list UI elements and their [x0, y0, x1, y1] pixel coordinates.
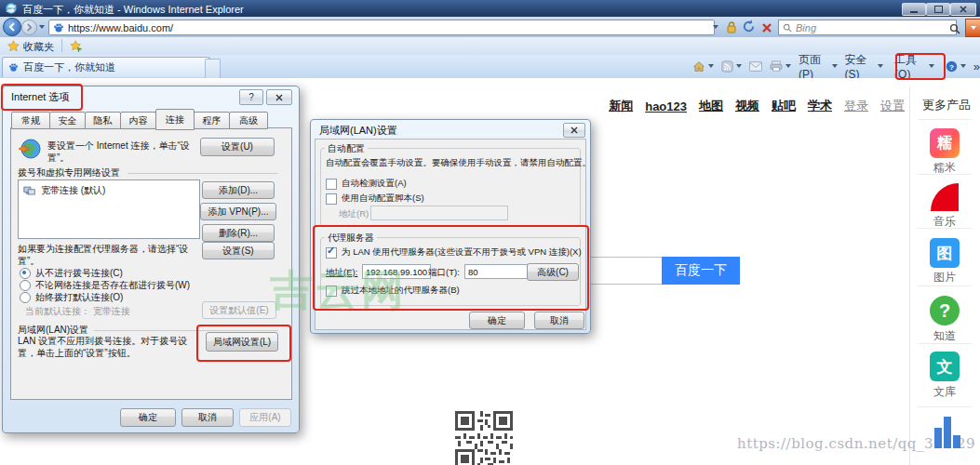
product-label-zhidao[interactable]: 知道 [909, 328, 980, 344]
lan-cancel-button[interactable]: 取消 [534, 312, 584, 329]
zhidao-icon[interactable]: ? [930, 296, 960, 326]
radio-never-dial[interactable]: 从不进行拨号连接(C) [20, 267, 123, 280]
nav-history-chevron-icon[interactable] [39, 25, 45, 29]
lan-text-line1: LAN 设置不应用到拨号连接。对于拨号设 [18, 335, 199, 347]
address-bar[interactable]: https://www.baidu.com/ [48, 20, 715, 35]
stop-button[interactable] [761, 20, 772, 37]
music-icon[interactable] [931, 183, 959, 211]
mail-icon [749, 61, 762, 72]
lan-ok-button[interactable]: 确定 [469, 312, 525, 329]
tab-advanced[interactable]: 高级 [229, 112, 268, 129]
window-title: 百度一下，你就知道 - Windows Internet Explorer [22, 3, 244, 17]
favorites-star-icon[interactable] [7, 40, 20, 54]
new-tab-button[interactable] [205, 59, 221, 78]
nav-link-login[interactable]: 登录 [844, 98, 868, 114]
lan-settings-button[interactable]: 局域网设置(L) [206, 332, 278, 352]
dialog-help-button[interactable]: ? [239, 89, 263, 105]
nav-link-hao123[interactable]: hao123 [645, 100, 687, 113]
auto-script-label: 使用自动配置脚本(S) [342, 193, 424, 205]
wenku-icon[interactable]: 文 [930, 352, 960, 381]
nav-link-tieba[interactable]: 贴吧 [772, 98, 796, 114]
read-mail-button[interactable] [749, 61, 762, 72]
advanced-button[interactable]: 高级(C) [527, 263, 579, 281]
forward-icon [25, 23, 34, 32]
browser-tab[interactable]: 百度一下，你就知道 [2, 57, 210, 77]
remove-button[interactable]: 删除(R)... [202, 224, 275, 242]
settings-button[interactable]: 设置(S) [202, 242, 275, 259]
auto-script-checkbox[interactable]: 使用自动配置脚本(S) [326, 193, 424, 205]
print-button[interactable] [770, 60, 791, 72]
favorites-label[interactable]: 收藏夹 [23, 40, 54, 54]
refresh-button[interactable] [742, 20, 756, 37]
qr-code [455, 411, 513, 465]
auto-detect-checkbox[interactable]: 自动检测设置(A) [326, 178, 407, 190]
search-box[interactable]: Bing [778, 20, 957, 35]
radio-dial-whenever[interactable]: 不论网络连接是否存在都进行拨号(W) [20, 279, 190, 292]
search-options-dropdown[interactable] [965, 19, 980, 37]
minimize-button[interactable] [902, 3, 926, 16]
baidu-search-button[interactable]: 百度一下 [662, 257, 740, 285]
address-dropdown-chevron-icon[interactable] [713, 25, 718, 29]
nav-link-map[interactable]: 地图 [699, 98, 723, 114]
tools-menu-button[interactable]: 工具(O) [891, 52, 938, 81]
maximize-button[interactable] [926, 3, 950, 16]
radio-icon [20, 280, 31, 291]
add-vpn-button[interactable]: 添加 VPN(P)... [200, 203, 276, 220]
feeds-button[interactable] [721, 60, 742, 73]
safety-menu-button[interactable]: 安全(S) [845, 52, 884, 81]
nav-link-xueshu[interactable]: 学术 [808, 98, 832, 114]
radio-never-dial-label: 从不进行拨号连接(C) [35, 267, 123, 280]
more-products-link[interactable]: 更多产品 [913, 97, 980, 113]
nav-link-settings[interactable]: 设置 [880, 98, 905, 114]
command-overflow-button[interactable]: » [973, 60, 980, 73]
nuomi-icon[interactable]: 糯 [930, 128, 960, 158]
bar-chart-icon[interactable] [934, 417, 962, 448]
setup-button[interactable]: 设置(U) [200, 138, 275, 156]
tab-content[interactable]: 内容 [120, 112, 156, 129]
window-titlebar: 百度一下，你就知道 - Windows Internet Explorer [0, 0, 980, 17]
product-label-images[interactable]: 图片 [909, 270, 980, 286]
help-menu-button[interactable]: ? [946, 60, 966, 73]
tab-title: 百度一下，你就知道 [23, 60, 115, 74]
apply-button[interactable]: 应用(A) [239, 408, 291, 427]
lan-dialog-title: 局域网(LAN)设置 [319, 124, 397, 138]
back-button[interactable] [3, 18, 21, 36]
nav-link-video[interactable]: 视频 [735, 98, 759, 114]
close-button[interactable] [950, 3, 976, 16]
page-chevron-icon [832, 64, 838, 68]
page-menu-button[interactable]: 页面(P) [799, 52, 838, 81]
zhidao-glyph: ? [939, 300, 950, 322]
product-label-wenku[interactable]: 文库 [909, 384, 980, 400]
tab-security[interactable]: 安全 [49, 112, 86, 129]
tab-programs[interactable]: 程序 [194, 112, 230, 129]
use-proxy-checkbox[interactable]: 为 LAN 使用代理服务器(这些设置不用于拨号或 VPN 连接)(X) [326, 246, 582, 259]
radio-dial-whenever-label: 不论网络连接是否存在都进行拨号(W) [35, 279, 190, 292]
ok-button[interactable]: 确定 [120, 408, 176, 427]
forward-button[interactable] [21, 20, 37, 35]
tab-general[interactable]: 常规 [11, 112, 50, 129]
cancel-button[interactable]: 取消 [181, 408, 234, 427]
choose-settings-line1: 如果要为连接配置代理服务器，请选择“设 [18, 243, 195, 255]
bar-right [953, 435, 960, 448]
connections-listbox[interactable]: 宽带连接 (默认) [18, 179, 200, 239]
tab-connections[interactable]: 连接 [155, 109, 195, 130]
nav-link-news[interactable]: 新闻 [609, 98, 633, 114]
tab-privacy[interactable]: 隐私 [85, 112, 121, 129]
add-button[interactable]: 添加(D)... [202, 181, 275, 199]
radio-always-dial[interactable]: 始终拨打默认连接(O) [20, 291, 123, 304]
images-icon[interactable]: 图 [930, 238, 960, 268]
lan-dialog-close-button[interactable] [563, 123, 585, 138]
proxy-address-input[interactable]: 192.168.99.100 [362, 264, 431, 279]
dialup-group-line [128, 173, 278, 174]
connection-list-item[interactable]: 宽带连接 (默认) [23, 184, 199, 197]
bypass-proxy-checkbox[interactable]: 跳过本地地址的代理服务器(B) [326, 285, 460, 297]
security-lock-icon[interactable] [726, 20, 737, 37]
proxy-port-input[interactable]: 80 [464, 264, 528, 279]
add-favorite-icon[interactable] [70, 40, 83, 54]
dialog-close-button[interactable] [266, 89, 292, 105]
home-button[interactable] [692, 60, 714, 73]
print-chevron-icon [785, 64, 791, 68]
proxy-address-label: 地址(E): [326, 267, 357, 279]
set-default-button[interactable]: 设置默认值(E) [202, 301, 276, 319]
search-go-icon[interactable] [949, 21, 960, 38]
